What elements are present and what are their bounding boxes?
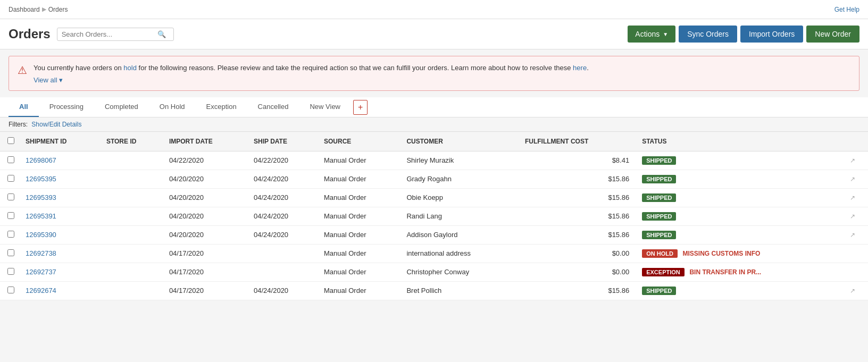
row-checkbox[interactable]	[7, 175, 14, 182]
row-checkbox-cell	[0, 207, 21, 225]
tab-cancelled[interactable]: Cancelled	[247, 97, 299, 117]
row-checkbox-cell	[0, 281, 21, 300]
status-badge: SHIPPED	[642, 212, 676, 221]
external-link-cell: ↗	[846, 281, 868, 300]
tab-exception[interactable]: Exception	[196, 97, 247, 117]
customer-cell: Grady Rogahn	[402, 170, 521, 188]
external-link-icon[interactable]: ↗	[850, 231, 855, 239]
shipment-id-link[interactable]: 12695391	[26, 212, 56, 220]
breadcrumb-arrow: ▶	[42, 6, 46, 13]
table-row: 12695390 04/20/2020 04/24/2020 Manual Or…	[0, 225, 868, 244]
ship-date-cell	[249, 244, 320, 263]
tab-on-hold[interactable]: On Hold	[149, 97, 196, 117]
ship-date-cell: 04/24/2020	[249, 207, 320, 225]
external-link-icon[interactable]: ↗	[850, 194, 855, 201]
fulfillment-cost-cell: $0.00	[521, 244, 638, 263]
row-checkbox-cell	[0, 151, 21, 170]
search-input[interactable]	[62, 30, 157, 38]
tab-completed[interactable]: Completed	[94, 97, 149, 117]
fulfillment-cost-cell: $15.86	[521, 170, 638, 188]
new-order-button[interactable]: New Order	[806, 26, 859, 43]
source-cell: Manual Order	[320, 151, 402, 170]
fulfillment-cost-cell: $0.00	[521, 263, 638, 281]
shipment-id-cell: 12692738	[21, 244, 102, 263]
external-link-cell: ↗	[846, 151, 868, 170]
tab-all[interactable]: All	[9, 97, 39, 117]
table-row: 12695391 04/20/2020 04/24/2020 Manual Or…	[0, 207, 868, 225]
alert-icon: ⚠	[18, 64, 27, 77]
select-all-checkbox[interactable]	[7, 137, 14, 144]
store-id-cell	[102, 225, 165, 244]
external-link-cell: ↗	[846, 225, 868, 244]
store-id-cell	[102, 281, 165, 300]
status-extra: MISSING CUSTOMS INFO	[683, 250, 761, 257]
ship-date-cell: 04/24/2020	[249, 170, 320, 188]
hold-link[interactable]: hold	[123, 64, 137, 72]
row-checkbox[interactable]	[7, 249, 14, 256]
here-link[interactable]: here	[573, 64, 587, 72]
import-orders-button[interactable]: Import Orders	[740, 26, 803, 43]
external-link-icon[interactable]: ↗	[850, 175, 855, 183]
shipment-id-link[interactable]: 12695395	[26, 175, 56, 183]
fulfillment-cost-cell: $15.86	[521, 281, 638, 300]
source-cell: Manual Order	[320, 281, 402, 300]
breadcrumb-orders[interactable]: Orders	[48, 6, 68, 13]
external-link-icon[interactable]: ↗	[850, 213, 855, 220]
row-checkbox-cell	[0, 225, 21, 244]
tab-processing[interactable]: Processing	[39, 97, 94, 117]
add-view-button[interactable]: +	[353, 100, 368, 115]
row-checkbox[interactable]	[7, 156, 14, 163]
search-box[interactable]: 🔍	[57, 28, 174, 41]
source-cell: Manual Order	[320, 225, 402, 244]
external-link-icon[interactable]: ↗	[850, 287, 855, 294]
shipment-id-cell: 12698067	[21, 151, 102, 170]
ship-date-cell: 04/22/2020	[249, 151, 320, 170]
row-checkbox-cell	[0, 170, 21, 188]
shipment-id-link[interactable]: 12698067	[26, 156, 56, 164]
header-status: STATUS	[638, 132, 845, 151]
show-edit-details-link[interactable]: Show/Edit Details	[31, 121, 81, 128]
table-header-row: SHIPMENT ID STORE ID IMPORT DATE SHIP DA…	[0, 132, 868, 151]
import-date-cell: 04/20/2020	[165, 207, 249, 225]
customer-cell: Shirley Murazik	[402, 151, 521, 170]
import-date-cell: 04/20/2020	[165, 188, 249, 207]
table-row: 12692738 04/17/2020 Manual Order interna…	[0, 244, 868, 263]
shipment-id-link[interactable]: 12692738	[26, 249, 56, 257]
row-checkbox[interactable]	[7, 268, 14, 275]
sync-orders-button[interactable]: Sync Orders	[679, 26, 737, 43]
header-actions-col	[846, 132, 868, 151]
page-title: Orders	[9, 27, 51, 41]
source-cell: Manual Order	[320, 188, 402, 207]
get-help-link[interactable]: Get Help	[834, 6, 859, 13]
customer-cell: Randi Lang	[402, 207, 521, 225]
breadcrumb-dashboard[interactable]: Dashboard	[9, 6, 40, 13]
external-link-cell	[846, 244, 868, 263]
shipment-id-link[interactable]: 12695390	[26, 231, 56, 239]
row-checkbox[interactable]	[7, 212, 14, 219]
status-extra: BIN TRANSFER IN PR...	[689, 268, 761, 276]
status-badge: SHIPPED	[642, 193, 676, 202]
row-checkbox[interactable]	[7, 287, 14, 293]
table-row: 12692737 04/17/2020 Manual Order Christo…	[0, 263, 868, 281]
actions-button[interactable]: Actions ▼	[628, 26, 675, 43]
external-link-icon[interactable]: ↗	[850, 157, 855, 164]
table-row: 12695393 04/20/2020 04/24/2020 Manual Or…	[0, 188, 868, 207]
view-all-link[interactable]: View all ▾	[34, 76, 63, 84]
row-checkbox[interactable]	[7, 231, 14, 238]
source-cell: Manual Order	[320, 170, 402, 188]
shipment-id-cell: 12695395	[21, 170, 102, 188]
shipment-id-link[interactable]: 12692737	[26, 268, 56, 276]
shipment-id-link[interactable]: 12692674	[26, 287, 56, 294]
shipment-id-link[interactable]: 12695393	[26, 193, 56, 201]
status-cell: SHIPPED	[638, 151, 845, 170]
store-id-cell	[102, 188, 165, 207]
fulfillment-cost-cell: $15.86	[521, 188, 638, 207]
alert-content: You currently have orders on hold for th…	[34, 63, 589, 84]
table-row: 12695395 04/20/2020 04/24/2020 Manual Or…	[0, 170, 868, 188]
tab-new-view[interactable]: New View	[299, 97, 351, 117]
filters-row: Filters: Show/Edit Details	[0, 117, 868, 132]
status-cell: SHIPPED	[638, 207, 845, 225]
row-checkbox[interactable]	[7, 193, 14, 200]
page-header: Orders 🔍 Actions ▼ Sync Orders Import Or…	[0, 19, 868, 49]
customer-cell: international address	[402, 244, 521, 263]
